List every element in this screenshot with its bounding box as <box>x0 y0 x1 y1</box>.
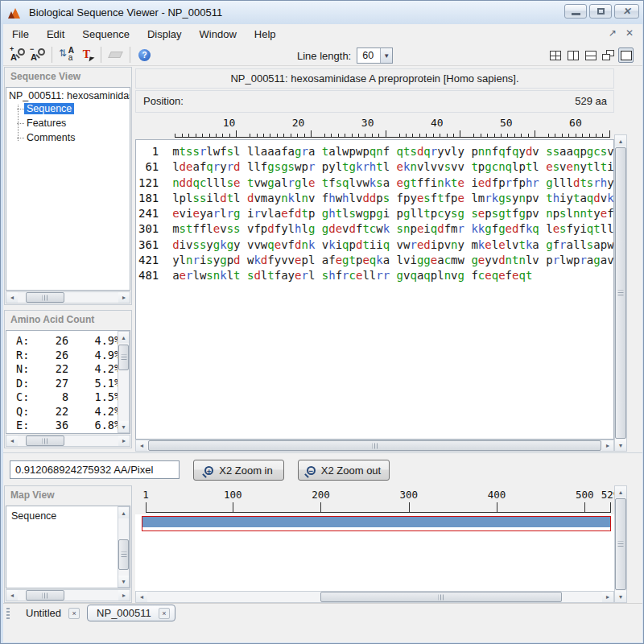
horizontal-scrollbar[interactable]: ◂▸ <box>135 440 614 452</box>
horizontal-scrollbar[interactable]: ◂▸ <box>6 435 130 447</box>
document-tabbar: Untitled×NP_000511× <box>3 603 642 622</box>
chevron-down-icon[interactable]: ▼ <box>380 48 392 63</box>
scroll-track[interactable] <box>118 343 129 421</box>
scroll-thumb[interactable] <box>148 440 601 451</box>
format-color-icon[interactable]: T <box>76 45 97 64</box>
tree-item-comments[interactable]: Comments <box>24 130 130 145</box>
ruler-tick <box>216 134 217 138</box>
scroll-track[interactable] <box>615 497 626 591</box>
scroll-thumb[interactable] <box>26 292 64 303</box>
map-ruler-label: 400 <box>488 489 506 501</box>
menu-help[interactable]: Help <box>246 24 285 44</box>
scroll-thumb[interactable] <box>615 147 626 439</box>
scroll-left-arrow-icon[interactable]: ◂ <box>6 436 18 446</box>
scroll-track[interactable] <box>18 590 118 601</box>
scroll-track[interactable] <box>18 292 118 303</box>
layout-columns-icon[interactable] <box>565 47 580 63</box>
scroll-left-arrow-icon[interactable]: ◂ <box>136 440 147 451</box>
ruler-tick <box>481 134 481 138</box>
tree-root-node[interactable]: NP_000511: hexosaminidase <box>6 88 130 101</box>
line-length-select[interactable]: 60 ▼ <box>357 47 393 64</box>
zoom-out-text-icon[interactable]: −A <box>27 45 47 64</box>
sequence-map-bar[interactable] <box>142 516 611 531</box>
vertical-scrollbar[interactable]: ▴▾ <box>614 485 627 603</box>
tab-close-icon[interactable]: × <box>68 608 80 619</box>
menu-edit[interactable]: Edit <box>38 24 73 44</box>
scroll-up-arrow-icon[interactable]: ▴ <box>118 507 129 518</box>
scroll-down-arrow-icon[interactable]: ▾ <box>118 421 129 432</box>
scroll-thumb[interactable] <box>118 345 129 370</box>
x2-zoom-in-button[interactable]: +X2 Zoom in <box>193 460 284 481</box>
tabbar-grip[interactable] <box>6 608 10 619</box>
ruler-tick <box>589 134 590 138</box>
ruler-tick <box>352 134 353 138</box>
scroll-up-arrow-icon[interactable]: ▴ <box>118 332 129 343</box>
tab-untitled[interactable]: Untitled× <box>17 605 85 621</box>
menubar-close-icon[interactable]: ✕ <box>625 27 634 39</box>
scroll-left-arrow-icon[interactable]: ◂ <box>136 592 147 602</box>
undock-icon[interactable]: ↗ <box>609 27 617 39</box>
layout-rows-icon[interactable] <box>583 47 598 63</box>
x2-zoom-out-button[interactable]: −X2 Zoom out <box>298 460 390 481</box>
aa-per-pixel-input[interactable]: 0.912068924275932 AA/Pixel <box>10 460 180 479</box>
scroll-right-arrow-icon[interactable]: ▸ <box>602 440 613 451</box>
menu-file[interactable]: File <box>3 24 38 44</box>
scroll-down-arrow-icon[interactable]: ▾ <box>615 591 626 602</box>
help-icon[interactable]: ? <box>134 45 155 64</box>
tab-close-icon[interactable]: × <box>159 608 170 619</box>
sequence-line: 121 nddqclllse tvwgalrgle tfsqlvwksa egt… <box>138 175 613 191</box>
menu-sequence[interactable]: Sequence <box>73 24 138 44</box>
scroll-right-arrow-icon[interactable]: ▸ <box>118 590 130 601</box>
scroll-right-arrow-icon[interactable]: ▸ <box>118 436 130 446</box>
vertical-scrollbar[interactable]: ▴▾ <box>118 506 130 588</box>
close-button[interactable]: ✕ <box>614 4 639 19</box>
restore-button[interactable] <box>589 4 612 19</box>
amino-acid-count-list: A: 26 4.9%R: 26 4.9%N: 22 4.2%D: 27 5.1%… <box>6 330 130 434</box>
vertical-scrollbar[interactable]: ▴▾ <box>614 134 627 452</box>
menu-window[interactable]: Window <box>191 24 246 44</box>
scroll-down-arrow-icon[interactable]: ▾ <box>118 576 129 587</box>
scroll-thumb[interactable] <box>615 498 626 590</box>
scroll-thumb-grip <box>121 355 126 361</box>
scroll-thumb[interactable] <box>26 436 64 446</box>
layout-grid-icon[interactable] <box>547 47 563 63</box>
tree-item-features[interactable]: Features <box>24 116 130 130</box>
scroll-left-arrow-icon[interactable]: ◂ <box>6 292 18 303</box>
scroll-down-arrow-icon[interactable]: ▾ <box>615 440 626 451</box>
ruler-tick <box>263 134 264 138</box>
scroll-track[interactable] <box>18 436 118 446</box>
horizontal-scrollbar[interactable]: ◂▸ <box>6 291 130 303</box>
scroll-thumb[interactable] <box>320 592 562 602</box>
map-ruler-label: 529 <box>601 489 614 501</box>
scroll-up-arrow-icon[interactable]: ▴ <box>615 486 626 497</box>
scroll-right-arrow-icon[interactable]: ▸ <box>602 592 613 602</box>
layout-single-icon[interactable] <box>618 47 634 63</box>
scroll-track[interactable] <box>615 147 626 440</box>
scroll-thumb[interactable] <box>26 590 64 601</box>
ruler-tick <box>528 134 529 138</box>
vertical-scrollbar[interactable]: ▴▾ <box>118 331 130 433</box>
zoom-in-icon: + <box>204 466 213 475</box>
horizontal-scrollbar[interactable]: ◂▸ <box>135 591 614 603</box>
scroll-left-arrow-icon[interactable]: ◂ <box>6 590 18 601</box>
scroll-up-arrow-icon[interactable]: ▴ <box>615 135 626 147</box>
layout-cascade-icon[interactable] <box>601 47 616 63</box>
tree-item-label: Sequence <box>24 103 74 114</box>
scroll-thumb[interactable] <box>118 539 129 570</box>
tab-np-000511[interactable]: NP_000511× <box>87 605 175 621</box>
zoom-in-text-icon[interactable]: +A <box>7 45 27 64</box>
scroll-track[interactable] <box>147 592 602 602</box>
sequence-length: 529 aa <box>575 91 607 112</box>
scroll-right-arrow-icon[interactable]: ▸ <box>118 292 130 303</box>
minimize-button[interactable] <box>564 4 587 19</box>
swap-case-icon[interactable]: ⇅Aa <box>56 45 76 64</box>
tree-item-sequence[interactable]: Sequence <box>24 101 130 116</box>
map-track-sequence[interactable]: Sequence <box>6 506 130 522</box>
sequence-display[interactable]: 1 mtssrlwfsl llaaafagra talwpwpqnf qtsdq… <box>135 139 614 440</box>
ruler-tick <box>501 134 502 138</box>
scroll-track[interactable] <box>118 518 129 576</box>
menu-display[interactable]: Display <box>138 24 191 44</box>
horizontal-scrollbar[interactable]: ◂▸ <box>6 589 130 601</box>
scroll-track[interactable] <box>147 440 602 451</box>
sequence-line: 361 divssygkgy vvwqevfdnk vkiqpdtiiq vwr… <box>138 237 613 253</box>
